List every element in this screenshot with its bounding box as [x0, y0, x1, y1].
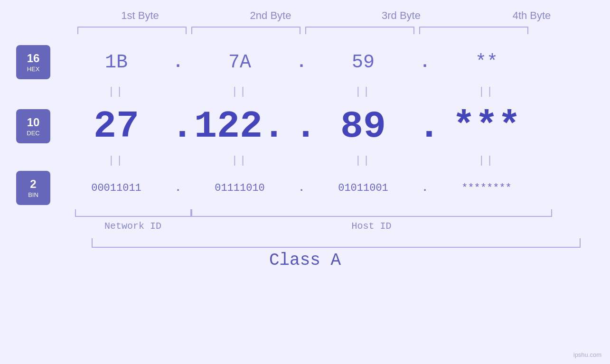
- hex-base-num: 16: [27, 52, 40, 65]
- sep1-2: ||: [185, 86, 294, 98]
- hex-dot2: .: [294, 53, 309, 72]
- sep-row-2: || || || ||: [0, 152, 610, 169]
- byte-header-4: 4th Byte: [477, 9, 586, 22]
- bin-byte1: 00011011: [62, 182, 171, 194]
- bin-row: 2 BIN 00011011 . 01111010 . 01011001 . *…: [0, 169, 610, 207]
- host-id-label: Host ID: [191, 221, 552, 232]
- bin-base-text: BIN: [28, 191, 38, 198]
- hex-cells: 1B . 7A . 59 . **: [62, 52, 610, 73]
- dec-label-container: 10 DEC: [5, 109, 62, 143]
- hex-dot1: .: [171, 53, 185, 72]
- network-id-label: Network ID: [75, 221, 191, 232]
- bin-dot2: .: [294, 182, 309, 194]
- dec-byte2: 122.: [185, 105, 294, 148]
- bin-cells: 00011011 . 01111010 . 01011001 . *******…: [62, 182, 610, 194]
- bracket-labels: Network ID Host ID: [75, 221, 597, 232]
- bracket-1: [77, 27, 187, 34]
- bin-dot3: .: [418, 182, 432, 194]
- dec-dot3: .: [418, 105, 432, 148]
- sep-row-1: || || || ||: [0, 84, 610, 100]
- bin-base-num: 2: [30, 177, 36, 191]
- dec-base-text: DEC: [27, 130, 39, 137]
- sep-cells-2: || || || ||: [62, 155, 610, 167]
- bracket-4: [419, 27, 528, 34]
- hex-label-container: 16 HEX: [5, 45, 62, 79]
- bottom-brackets: [75, 209, 597, 219]
- class-bracket: [92, 238, 581, 248]
- bin-label-container: 2 BIN: [5, 171, 62, 205]
- hex-row: 16 HEX 1B . 7A . 59 . **: [0, 41, 610, 84]
- bin-dot1: .: [171, 182, 185, 194]
- dec-row: 10 DEC 27 . 122. . 89 . ***: [0, 100, 610, 152]
- dec-byte3: 89: [309, 105, 418, 148]
- hex-byte2: 7A: [185, 52, 294, 73]
- hex-byte4: **: [432, 52, 541, 73]
- dec-byte1: 27: [62, 105, 171, 148]
- watermark: ipshu.com: [573, 351, 601, 358]
- dec-label-box: 10 DEC: [16, 109, 50, 143]
- main-container: 1st Byte 2nd Byte 3rd Byte 4th Byte 16 H…: [0, 0, 610, 364]
- hex-label-box: 16 HEX: [16, 45, 50, 79]
- sep1-3: ||: [309, 86, 418, 98]
- sep1-4: ||: [432, 86, 541, 98]
- dec-dot2: .: [294, 105, 309, 148]
- bin-label-box: 2 BIN: [16, 171, 50, 205]
- bin-byte4: ********: [432, 182, 541, 194]
- dec-dot1: .: [171, 105, 185, 148]
- dec-byte4: ***: [432, 105, 541, 148]
- sep2-2: ||: [185, 155, 294, 167]
- hex-dot3: .: [418, 53, 432, 72]
- host-bracket: [191, 209, 552, 217]
- dec-base-num: 10: [27, 116, 40, 130]
- bracket-3: [305, 27, 414, 34]
- byte-headers-row: 1st Byte 2nd Byte 3rd Byte 4th Byte: [75, 9, 597, 22]
- hex-byte3: 59: [309, 52, 418, 73]
- bottom-section: Network ID Host ID Class A: [0, 209, 610, 270]
- byte-header-2: 2nd Byte: [216, 9, 325, 22]
- sep2-3: ||: [309, 155, 418, 167]
- sep2-1: ||: [62, 155, 171, 167]
- bin-byte2: 01111010: [185, 182, 294, 194]
- sep-cells-1: || || || ||: [62, 86, 610, 98]
- sep2-4: ||: [432, 155, 541, 167]
- class-label: Class A: [0, 251, 610, 270]
- top-bracket: [75, 27, 597, 36]
- hex-byte1: 1B: [62, 52, 171, 73]
- byte-header-3: 3rd Byte: [347, 9, 456, 22]
- net-bracket: [75, 209, 191, 217]
- byte-header-1: 1st Byte: [85, 9, 195, 22]
- hex-base-text: HEX: [27, 65, 40, 73]
- bracket-2: [191, 27, 300, 34]
- sep1-1: ||: [62, 86, 171, 98]
- dec-cells: 27 . 122. . 89 . ***: [62, 105, 610, 148]
- bin-byte3: 01011001: [309, 182, 418, 194]
